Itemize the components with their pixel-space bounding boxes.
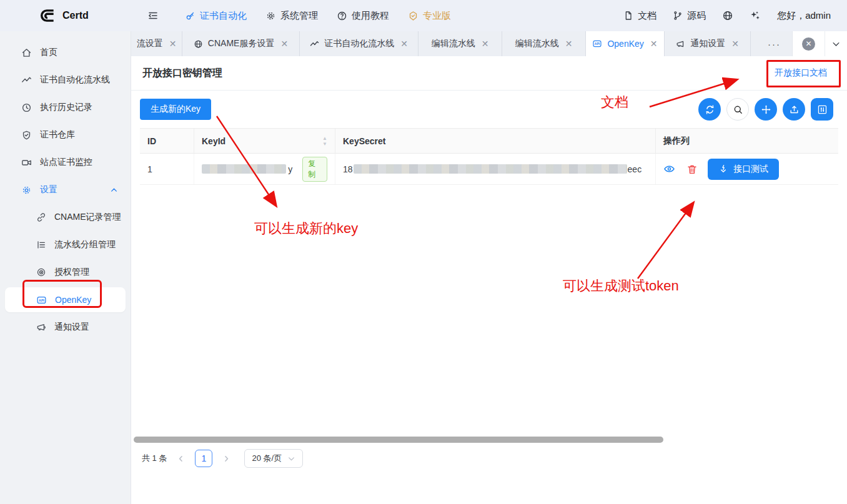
page-header: 开放接口密钥管理 开放接口文档: [131, 56, 847, 91]
certd-app: Certd 证书自动化 系统管理 使用教程 专业版: [0, 0, 847, 504]
export-icon: [789, 104, 800, 115]
collapse-menu-icon[interactable]: [147, 10, 159, 21]
tab-edit-pipeline-2[interactable]: 编辑流水线 ✕: [502, 31, 586, 56]
list-icon: [36, 240, 46, 250]
prev-page-button[interactable]: [176, 454, 186, 463]
close-icon[interactable]: ✕: [169, 39, 177, 49]
tab-edit-pipeline-1[interactable]: 编辑流水线 ✕: [419, 31, 502, 56]
content-panel: 开放接口密钥管理 开放接口文档 生成新的Key: [131, 56, 847, 473]
tab-controls: ··· ✕: [756, 31, 847, 56]
column-label: KeySecret: [343, 136, 386, 146]
sidebar-item-openkey[interactable]: API OpenKey: [5, 287, 126, 312]
column-header-actions: 操作列: [656, 129, 838, 153]
api-test-button[interactable]: 接口测试: [708, 159, 779, 180]
sidebar-item-pipeline-groups[interactable]: 流水线分组管理: [0, 231, 131, 259]
api-test-label: 接口测试: [733, 164, 768, 175]
column-header-id[interactable]: ID: [140, 129, 194, 153]
sidebar-item-cname-records[interactable]: CNAME记录管理: [0, 204, 131, 231]
column-header-keyid[interactable]: KeyId ▲▼: [194, 129, 335, 153]
menu-cert-automation[interactable]: 证书自动化: [185, 10, 247, 22]
globe-icon[interactable]: [722, 10, 733, 21]
sidebar-item-auth-manage[interactable]: 授权管理: [0, 259, 131, 286]
menu-system-manage[interactable]: 系统管理: [265, 10, 318, 22]
close-icon[interactable]: ✕: [565, 39, 573, 49]
menu-pro-edition[interactable]: 专业版: [408, 10, 451, 22]
column-header-keysecret[interactable]: KeySecret: [335, 129, 656, 153]
test-bolt-icon: [718, 164, 728, 174]
header-link-source[interactable]: 源码: [673, 10, 706, 22]
export-button[interactable]: [783, 98, 805, 121]
sidebar-item-label: 通知设置: [54, 322, 89, 333]
close-icon[interactable]: ✕: [650, 39, 658, 49]
page-size-select[interactable]: 20 条/页: [244, 449, 303, 468]
tab-openkey[interactable]: API OpenKey ✕: [586, 31, 665, 56]
move-icon: [761, 104, 771, 115]
gear-icon: [265, 11, 276, 21]
open-api-doc-link[interactable]: 开放接口文档: [775, 67, 827, 79]
chevron-right-icon: [222, 454, 231, 463]
menu-label: 使用教程: [352, 10, 389, 22]
menu-tutorial[interactable]: 使用教程: [337, 10, 389, 22]
eye-icon: [663, 163, 675, 175]
refresh-button[interactable]: [698, 98, 721, 121]
close-icon[interactable]: ✕: [280, 39, 288, 49]
close-icon[interactable]: ✕: [731, 39, 739, 49]
tab-cert-pipelines[interactable]: 证书自动化流水线 ✕: [300, 31, 419, 56]
chevron-down-icon: [287, 455, 295, 463]
view-button[interactable]: [663, 163, 675, 175]
header-link-docs[interactable]: 文档: [623, 10, 656, 22]
delete-button[interactable]: [686, 164, 698, 175]
tab-list-dropdown[interactable]: [825, 31, 847, 56]
sidebar-item-label: 证书自动化流水线: [40, 74, 110, 86]
certd-logo-icon: [40, 7, 56, 24]
refresh-icon: [705, 104, 715, 115]
search-button[interactable]: [726, 98, 749, 121]
sidebar-item-site-monitor[interactable]: 站点证书监控: [0, 149, 131, 176]
megaphone-icon: [676, 39, 685, 49]
app-logo[interactable]: Certd: [0, 7, 132, 24]
user-greeting[interactable]: 您好，admin: [777, 10, 831, 22]
close-all-tabs-button[interactable]: ✕: [792, 31, 825, 56]
sidebar-item-pipelines[interactable]: 证书自动化流水线: [0, 66, 131, 94]
api-icon: API: [36, 295, 47, 305]
tab-label: OpenKey: [607, 39, 643, 49]
sidebar-item-history[interactable]: 执行历史记录: [0, 94, 131, 121]
generate-key-button[interactable]: 生成新的Key: [140, 99, 211, 120]
close-icon[interactable]: ✕: [400, 39, 408, 49]
pulse-icon: [21, 75, 32, 86]
sort-icon[interactable]: ▲▼: [322, 136, 327, 146]
sidebar-item-home[interactable]: 首页: [0, 39, 131, 66]
column-settings-button[interactable]: [811, 98, 833, 121]
close-icon[interactable]: ✕: [482, 39, 489, 49]
header-link-label: 源码: [687, 10, 706, 22]
pro-badge-icon: [408, 11, 419, 21]
tab-more-button[interactable]: ···: [756, 31, 792, 56]
tab-label: CNAME服务设置: [208, 38, 275, 49]
tab-cname-service[interactable]: CNAME服务设置 ✕: [182, 31, 300, 56]
gear-icon: [21, 185, 32, 195]
cell-id: 1: [140, 154, 194, 184]
sidebar-item-cert-repo[interactable]: 证书仓库: [0, 121, 131, 149]
tab-label: 通知设置: [690, 38, 725, 49]
tab-notify-settings[interactable]: 通知设置 ✕: [665, 31, 751, 56]
chevron-up-icon[interactable]: [110, 186, 118, 194]
next-page-button[interactable]: [222, 454, 231, 463]
column-label: 操作列: [663, 136, 690, 147]
close-circle-icon: ✕: [802, 37, 815, 51]
copy-button[interactable]: 复制: [302, 157, 327, 182]
move-button[interactable]: [755, 98, 777, 121]
horizontal-scrollbar[interactable]: [134, 437, 663, 443]
sidebar-item-label: 站点证书监控: [40, 157, 92, 168]
key-icon: [185, 11, 196, 21]
sidebar-item-settings[interactable]: 设置: [0, 176, 131, 204]
tab-settings-truncated[interactable]: 流设置 ✕: [131, 31, 182, 56]
cell-keysecret: 18 eec: [335, 154, 656, 184]
git-branch-icon: [673, 11, 683, 21]
sparkles-icon[interactable]: [750, 10, 761, 21]
total-count: 共 1 条: [142, 453, 167, 464]
table-header: ID KeyId ▲▼ KeySecret 操作列: [140, 129, 838, 154]
tab-bar: 流设置 ✕ CNAME服务设置 ✕ 证书自动化流水线 ✕ 编辑流水线 ✕ 编辑流…: [131, 31, 847, 56]
page-number-button[interactable]: 1: [195, 450, 212, 467]
sidebar-item-notify-settings[interactable]: 通知设置: [0, 314, 131, 341]
column-label: ID: [147, 136, 156, 146]
